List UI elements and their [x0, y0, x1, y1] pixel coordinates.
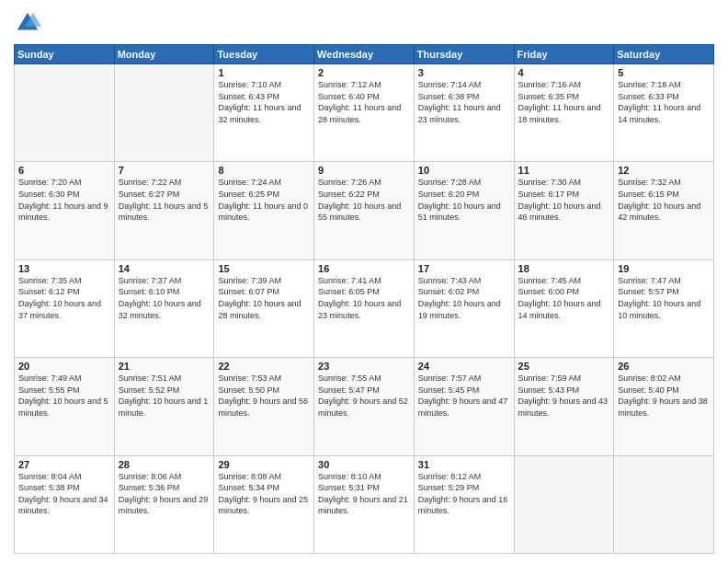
calendar-day-cell: 22Sunrise: 7:53 AMSunset: 5:50 PMDayligh…: [214, 358, 314, 455]
weekday-header: Sunday: [15, 45, 115, 64]
calendar-week-row: 6Sunrise: 7:20 AMSunset: 6:30 PMDaylight…: [15, 162, 714, 259]
day-info: Sunrise: 7:55 AMSunset: 5:47 PMDaylight:…: [318, 373, 410, 419]
day-info: Sunrise: 7:37 AMSunset: 6:10 PMDaylight:…: [119, 275, 210, 321]
day-number: 7: [119, 165, 210, 176]
day-number: 2: [318, 67, 410, 78]
day-info: Sunrise: 8:08 AMSunset: 5:34 PMDaylight:…: [218, 471, 310, 517]
day-number: 16: [318, 263, 410, 274]
weekday-header: Tuesday: [214, 45, 314, 64]
day-info: Sunrise: 7:10 AMSunset: 6:43 PMDaylight:…: [218, 79, 310, 125]
logo: [14, 9, 43, 37]
day-number: 13: [18, 263, 110, 274]
day-info: Sunrise: 7:51 AMSunset: 5:52 PMDaylight:…: [119, 373, 210, 419]
day-number: 29: [218, 459, 310, 470]
day-number: 17: [418, 263, 510, 274]
calendar-week-row: 13Sunrise: 7:35 AMSunset: 6:12 PMDayligh…: [15, 259, 714, 357]
calendar-day-cell: 18Sunrise: 7:45 AMSunset: 6:00 PMDayligh…: [514, 259, 614, 357]
calendar-day-cell: 15Sunrise: 7:39 AMSunset: 6:07 PMDayligh…: [214, 259, 314, 357]
day-number: 27: [18, 459, 110, 470]
calendar-day-cell: 20Sunrise: 7:49 AMSunset: 5:55 PMDayligh…: [15, 358, 115, 455]
calendar-day-cell: 24Sunrise: 7:57 AMSunset: 5:45 PMDayligh…: [414, 358, 514, 455]
calendar-day-cell: 21Sunrise: 7:51 AMSunset: 5:52 PMDayligh…: [114, 358, 214, 455]
calendar-day-cell: 28Sunrise: 8:06 AMSunset: 5:36 PMDayligh…: [114, 455, 214, 553]
calendar-day-cell: 12Sunrise: 7:32 AMSunset: 6:15 PMDayligh…: [614, 162, 714, 259]
day-info: Sunrise: 7:43 AMSunset: 6:02 PMDaylight:…: [418, 275, 510, 321]
day-number: 23: [318, 361, 410, 372]
day-number: 14: [119, 263, 210, 274]
day-number: 4: [518, 67, 610, 78]
calendar-header-row: SundayMondayTuesdayWednesdayThursdayFrid…: [15, 45, 714, 64]
day-info: Sunrise: 7:47 AMSunset: 5:57 PMDaylight:…: [618, 275, 710, 321]
calendar-table: SundayMondayTuesdayWednesdayThursdayFrid…: [14, 44, 714, 554]
day-info: Sunrise: 7:39 AMSunset: 6:07 PMDaylight:…: [218, 275, 310, 321]
calendar-day-cell: [514, 455, 614, 553]
calendar-day-cell: 8Sunrise: 7:24 AMSunset: 6:25 PMDaylight…: [214, 162, 314, 259]
calendar-day-cell: 29Sunrise: 8:08 AMSunset: 5:34 PMDayligh…: [214, 455, 314, 553]
calendar-day-cell: [15, 64, 115, 162]
day-info: Sunrise: 8:10 AMSunset: 5:31 PMDaylight:…: [318, 471, 410, 517]
day-info: Sunrise: 7:16 AMSunset: 6:35 PMDaylight:…: [518, 79, 610, 125]
calendar-day-cell: 1Sunrise: 7:10 AMSunset: 6:43 PMDaylight…: [214, 64, 314, 162]
weekday-header: Monday: [114, 45, 214, 64]
calendar-week-row: 27Sunrise: 8:04 AMSunset: 5:38 PMDayligh…: [15, 455, 714, 553]
calendar-day-cell: 9Sunrise: 7:26 AMSunset: 6:22 PMDaylight…: [314, 162, 415, 259]
day-number: 10: [418, 165, 510, 176]
calendar-week-row: 1Sunrise: 7:10 AMSunset: 6:43 PMDaylight…: [15, 64, 714, 162]
calendar-day-cell: 3Sunrise: 7:14 AMSunset: 6:38 PMDaylight…: [414, 64, 514, 162]
day-number: 1: [218, 67, 310, 78]
logo-icon: [14, 9, 41, 37]
day-info: Sunrise: 7:57 AMSunset: 5:45 PMDaylight:…: [418, 373, 510, 419]
calendar-day-cell: 30Sunrise: 8:10 AMSunset: 5:31 PMDayligh…: [314, 455, 415, 553]
day-info: Sunrise: 7:59 AMSunset: 5:43 PMDaylight:…: [518, 373, 610, 419]
day-number: 25: [518, 361, 610, 372]
day-info: Sunrise: 7:45 AMSunset: 6:00 PMDaylight:…: [518, 275, 610, 321]
day-number: 22: [218, 361, 310, 372]
day-number: 8: [218, 165, 310, 176]
weekday-header: Wednesday: [314, 45, 415, 64]
day-number: 28: [119, 459, 210, 470]
calendar-day-cell: 10Sunrise: 7:28 AMSunset: 6:20 PMDayligh…: [414, 162, 514, 259]
day-info: Sunrise: 8:12 AMSunset: 5:29 PMDaylight:…: [418, 471, 510, 517]
day-number: 31: [418, 459, 510, 470]
calendar-day-cell: 5Sunrise: 7:18 AMSunset: 6:33 PMDaylight…: [614, 64, 714, 162]
day-info: Sunrise: 7:35 AMSunset: 6:12 PMDaylight:…: [18, 275, 110, 321]
day-info: Sunrise: 7:26 AMSunset: 6:22 PMDaylight:…: [318, 177, 410, 223]
day-number: 12: [618, 165, 710, 176]
calendar-day-cell: 4Sunrise: 7:16 AMSunset: 6:35 PMDaylight…: [514, 64, 614, 162]
calendar-day-cell: 26Sunrise: 8:02 AMSunset: 5:40 PMDayligh…: [614, 358, 714, 455]
day-number: 15: [218, 263, 310, 274]
calendar-day-cell: 16Sunrise: 7:41 AMSunset: 6:05 PMDayligh…: [314, 259, 415, 357]
day-info: Sunrise: 7:20 AMSunset: 6:30 PMDaylight:…: [18, 177, 110, 223]
day-info: Sunrise: 7:14 AMSunset: 6:38 PMDaylight:…: [418, 79, 510, 125]
day-info: Sunrise: 8:02 AMSunset: 5:40 PMDaylight:…: [618, 373, 710, 419]
day-number: 20: [18, 361, 110, 372]
calendar-day-cell: 25Sunrise: 7:59 AMSunset: 5:43 PMDayligh…: [514, 358, 614, 455]
day-info: Sunrise: 7:18 AMSunset: 6:33 PMDaylight:…: [618, 79, 710, 125]
day-number: 5: [618, 67, 710, 78]
calendar-day-cell: [614, 455, 714, 553]
day-info: Sunrise: 7:22 AMSunset: 6:27 PMDaylight:…: [119, 177, 210, 223]
day-info: Sunrise: 7:53 AMSunset: 5:50 PMDaylight:…: [218, 373, 310, 419]
calendar-day-cell: [114, 64, 214, 162]
calendar-day-cell: 19Sunrise: 7:47 AMSunset: 5:57 PMDayligh…: [614, 259, 714, 357]
day-number: 6: [18, 165, 110, 176]
day-info: Sunrise: 7:41 AMSunset: 6:05 PMDaylight:…: [318, 275, 410, 321]
day-number: 18: [518, 263, 610, 274]
weekday-header: Thursday: [414, 45, 514, 64]
day-number: 11: [518, 165, 610, 176]
calendar-day-cell: 31Sunrise: 8:12 AMSunset: 5:29 PMDayligh…: [414, 455, 514, 553]
day-number: 30: [318, 459, 410, 470]
day-number: 19: [618, 263, 710, 274]
day-info: Sunrise: 7:32 AMSunset: 6:15 PMDaylight:…: [618, 177, 710, 223]
day-number: 24: [418, 361, 510, 372]
calendar-day-cell: 23Sunrise: 7:55 AMSunset: 5:47 PMDayligh…: [314, 358, 415, 455]
weekday-header: Saturday: [614, 45, 714, 64]
day-info: Sunrise: 7:28 AMSunset: 6:20 PMDaylight:…: [418, 177, 510, 223]
calendar-day-cell: 13Sunrise: 7:35 AMSunset: 6:12 PMDayligh…: [15, 259, 115, 357]
day-number: 26: [618, 361, 710, 372]
day-info: Sunrise: 7:24 AMSunset: 6:25 PMDaylight:…: [218, 177, 310, 223]
day-info: Sunrise: 7:12 AMSunset: 6:40 PMDaylight:…: [318, 79, 410, 125]
day-info: Sunrise: 8:06 AMSunset: 5:36 PMDaylight:…: [119, 471, 210, 517]
day-number: 3: [418, 67, 510, 78]
calendar-day-cell: 11Sunrise: 7:30 AMSunset: 6:17 PMDayligh…: [514, 162, 614, 259]
